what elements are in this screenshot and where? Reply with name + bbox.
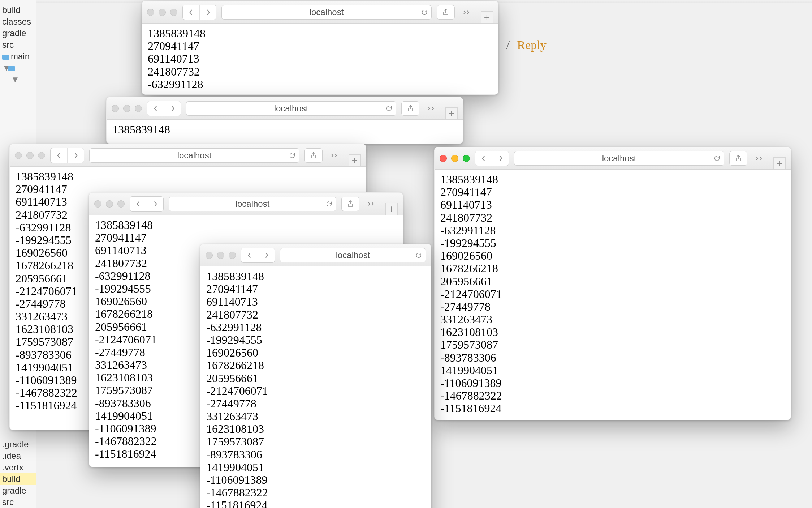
show-tabs-button[interactable]	[460, 5, 474, 20]
show-tabs-button[interactable]	[364, 197, 379, 211]
nav-group	[182, 5, 216, 20]
tree-item[interactable]: src	[0, 496, 36, 508]
forward-button[interactable]	[164, 101, 181, 116]
forward-button[interactable]	[199, 5, 216, 20]
chevron-down-icon: ▼	[2, 63, 8, 73]
back-button[interactable]	[130, 197, 147, 211]
address-bar[interactable]: localhost	[169, 197, 336, 211]
page-content: 1385839148	[107, 120, 463, 144]
back-button[interactable]	[475, 151, 492, 166]
new-tab-button[interactable]: +	[445, 107, 458, 120]
back-button[interactable]	[241, 248, 258, 262]
zoom-icon[interactable]	[135, 105, 142, 112]
reload-icon[interactable]	[421, 9, 428, 16]
minimize-icon[interactable]	[451, 155, 458, 162]
minimize-icon[interactable]	[217, 252, 224, 259]
minimize-icon[interactable]	[26, 152, 34, 159]
window-controls[interactable]	[94, 200, 125, 208]
tree-item[interactable]: .gradle	[0, 439, 36, 450]
zoom-icon[interactable]	[463, 155, 470, 162]
window-controls[interactable]	[112, 105, 142, 112]
window-controls[interactable]	[15, 152, 45, 159]
reload-icon[interactable]	[415, 252, 422, 259]
back-button[interactable]	[51, 148, 67, 163]
folder-icon	[8, 66, 15, 71]
zoom-icon[interactable]	[170, 9, 177, 16]
address-bar[interactable]: localhost	[514, 151, 724, 166]
window-controls[interactable]	[440, 155, 470, 162]
window-controls[interactable]	[206, 252, 236, 259]
close-icon[interactable]	[147, 9, 154, 16]
new-tab-button[interactable]: +	[773, 157, 786, 170]
reload-icon[interactable]	[386, 105, 392, 112]
show-tabs-button[interactable]	[752, 151, 767, 166]
forward-button[interactable]	[147, 197, 163, 211]
forward-button[interactable]	[67, 148, 84, 163]
window-titlebar[interactable]: localhost +	[10, 144, 366, 167]
close-icon[interactable]	[206, 252, 213, 259]
window-titlebar[interactable]: localhost +	[107, 97, 463, 120]
window-titlebar[interactable]: localhost +	[435, 147, 791, 170]
address-text: localhost	[177, 150, 212, 161]
forward-button[interactable]	[492, 151, 509, 166]
tree-item[interactable]: build	[0, 4, 36, 16]
share-button[interactable]	[729, 151, 747, 166]
window-titlebar[interactable]: localhost +	[142, 1, 498, 24]
browser-window[interactable]: localhost + 1385839148 270941147 6911407…	[142, 1, 498, 95]
address-bar[interactable]: localhost	[221, 5, 432, 20]
tree-item[interactable]: classes	[0, 16, 36, 27]
share-button[interactable]	[437, 5, 455, 20]
minimize-icon[interactable]	[123, 105, 130, 112]
forward-button[interactable]	[258, 248, 275, 262]
window-titlebar[interactable]: localhost	[200, 244, 431, 266]
address-bar[interactable]: localhost	[186, 101, 396, 116]
close-icon[interactable]	[94, 200, 102, 208]
tree-item[interactable]: ▼	[0, 74, 36, 85]
tree-item[interactable]: src	[0, 39, 36, 51]
minimize-icon[interactable]	[106, 200, 113, 208]
browser-window[interactable]: localhost + 1385839148	[106, 97, 463, 144]
nav-group	[241, 248, 275, 263]
address-text: localhost	[310, 7, 344, 17]
reload-icon[interactable]	[326, 201, 332, 207]
ide-file-tree-bottom: .gradle .idea .vertx build gradle src	[0, 439, 36, 508]
back-button[interactable]	[183, 5, 199, 20]
window-controls[interactable]	[147, 9, 177, 16]
close-icon[interactable]	[15, 152, 22, 159]
close-icon[interactable]	[112, 105, 119, 112]
browser-window[interactable]: localhost 1385839148 270941147 691140713…	[200, 244, 431, 508]
show-tabs-button[interactable]	[424, 101, 439, 116]
address-bar[interactable]: localhost	[89, 148, 299, 163]
minimize-icon[interactable]	[159, 9, 166, 16]
tree-item[interactable]: gradle	[0, 485, 36, 496]
back-button[interactable]	[147, 101, 164, 116]
separator: /	[502, 38, 514, 52]
nav-group	[50, 148, 84, 163]
page-content: 1385839148 270941147 691140713 241807732…	[435, 170, 791, 420]
new-tab-button[interactable]: +	[481, 11, 493, 24]
address-text: localhost	[236, 199, 270, 209]
tree-item[interactable]: .vertx	[0, 462, 36, 473]
share-button[interactable]	[341, 197, 359, 211]
reload-icon[interactable]	[714, 155, 720, 162]
reload-icon[interactable]	[289, 152, 295, 159]
zoom-icon[interactable]	[38, 152, 45, 159]
zoom-icon[interactable]	[117, 200, 125, 208]
zoom-icon[interactable]	[229, 252, 236, 259]
tree-item[interactable]: .idea	[0, 450, 36, 462]
close-icon[interactable]	[440, 155, 447, 162]
window-titlebar[interactable]: localhost +	[89, 193, 403, 215]
show-tabs-button[interactable]	[328, 148, 342, 163]
blog-reply-link[interactable]: Reply	[517, 38, 547, 52]
new-tab-button[interactable]: +	[385, 203, 398, 215]
share-button[interactable]	[401, 101, 419, 116]
tree-item[interactable]: gradle	[0, 27, 36, 39]
tree-item[interactable]: build	[0, 473, 36, 485]
new-tab-button[interactable]: +	[349, 154, 361, 167]
address-bar[interactable]: localhost	[280, 248, 426, 262]
browser-window[interactable]: localhost + 1385839148 270941147 6911407…	[434, 147, 791, 420]
share-button[interactable]	[304, 148, 323, 163]
tree-item-label: main	[11, 51, 30, 61]
tree-item[interactable]: main	[0, 51, 36, 62]
tree-item[interactable]: ▼	[0, 62, 36, 74]
